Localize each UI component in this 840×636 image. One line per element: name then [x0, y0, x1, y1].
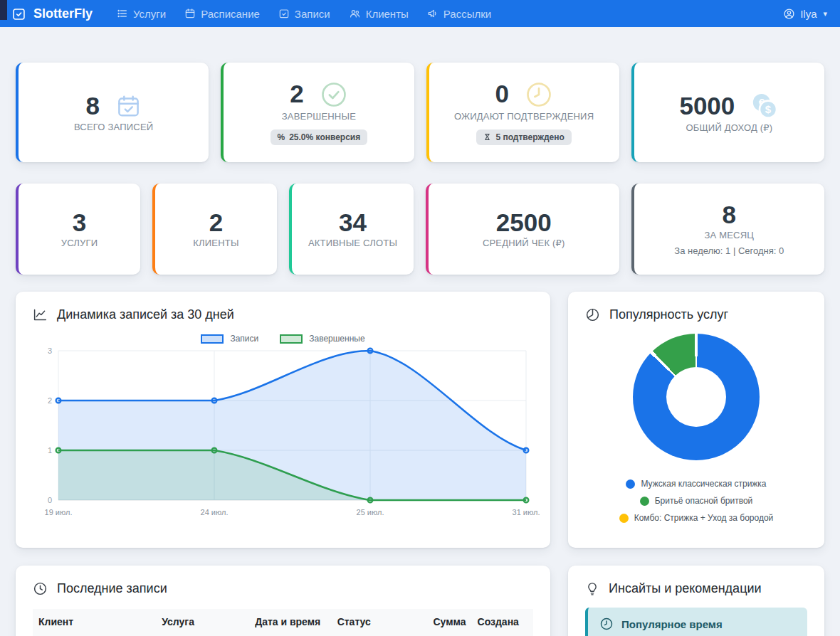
person-circle-icon — [783, 8, 795, 20]
svg-text:0: 0 — [48, 496, 52, 504]
table-header-row: КлиентУслугаДата и времяСтатусСуммаСозда… — [33, 609, 533, 636]
donut-legend: Мужская классическая стрижкаБритьё опасн… — [585, 479, 807, 523]
conversion-badge: % 25.0% конверсия — [271, 129, 368, 145]
service-popularity-panel: Популярность услуг Мужская классическая … — [568, 292, 824, 548]
nav-item-label: Рассылки — [443, 8, 491, 20]
table-column-header: Услуга — [156, 609, 249, 636]
stat-label: ЗАВЕРШЕННЫЕ — [282, 111, 356, 122]
svg-text:2: 2 — [48, 396, 52, 405]
nav-item-schedule[interactable]: Расписание — [184, 8, 260, 20]
stat-value: 3 — [73, 210, 86, 236]
stat-card-total-appointments: 8 ВСЕГО ЗАПИСЕЙ — [16, 63, 209, 162]
table-column-header: Статус — [332, 609, 428, 636]
panel-title-label: Инсайты и рекомендации — [609, 581, 762, 596]
legend-item[interactable]: Комбо: Стрижка + Уход за бородой — [619, 513, 774, 523]
list-icon — [117, 8, 128, 19]
stat-card-month: 8 ЗА МЕСЯЦ За неделю: 1 | Сегодня: 0 — [631, 184, 825, 275]
stats-row-2: 3 УСЛУГИ 2 КЛИЕНТЫ 34 АКТИВНЫЕ СЛОТЫ 250… — [16, 184, 824, 275]
stat-value: 2 — [290, 81, 303, 107]
stat-value: 34 — [339, 210, 367, 236]
nav-item-label: Клиенты — [366, 8, 409, 20]
screen-corner-artifact — [0, 0, 7, 20]
stat-value: 8 — [85, 93, 99, 120]
nav-item-label: Услуги — [133, 8, 166, 20]
table-column-header: Клиент — [33, 609, 156, 636]
line-chart-icon — [33, 307, 48, 322]
stat-value: 2500 — [496, 210, 552, 236]
user-menu[interactable]: Ilya ▾ — [783, 8, 827, 20]
people-icon — [349, 8, 361, 19]
stat-card-active-slots: 34 АКТИВНЫЕ СЛОТЫ — [289, 184, 414, 275]
stat-value: 5000 — [679, 93, 735, 120]
chevron-down-icon: ▾ — [823, 9, 827, 18]
legend-dot — [626, 479, 635, 489]
legend-dot — [619, 514, 629, 523]
stat-card-services: 3 УСЛУГИ — [16, 184, 140, 275]
badge-label: 5 подтверждено — [495, 132, 564, 142]
pie-chart-icon — [585, 307, 600, 322]
line-chart-legend: ЗаписиЗавершенные — [33, 334, 533, 344]
svg-text:19 июл.: 19 июл. — [45, 508, 73, 516]
insights-panel: Инсайты и рекомендации Популярное время … — [568, 566, 824, 636]
legend-label: Бритьё опасной бритвой — [655, 496, 753, 506]
percent-icon: % — [278, 132, 285, 142]
insight-title: Популярное время — [621, 618, 723, 630]
panel-title-label: Динамика записей за 30 дней — [57, 307, 234, 322]
legend-item[interactable]: Записи — [201, 334, 258, 344]
nav-item-mailings[interactable]: Рассылки — [427, 8, 491, 20]
calendar-check-icon — [278, 8, 290, 19]
nav-item-label: Записи — [295, 8, 330, 20]
svg-text:$: $ — [765, 103, 772, 115]
legend-swatch — [201, 334, 224, 344]
table-column-header: Создана — [472, 609, 533, 636]
badge-label: 25.0% конверсия — [289, 132, 360, 142]
svg-text:3: 3 — [48, 346, 52, 355]
clock-icon — [525, 80, 553, 109]
nav-item-clients[interactable]: Клиенты — [349, 8, 409, 20]
panel-title-label: Популярность услуг — [609, 307, 728, 322]
clock-icon — [599, 617, 614, 631]
table-column-header: Сумма — [427, 609, 471, 636]
legend-swatch — [280, 334, 303, 344]
table-column-header: Дата и время — [249, 609, 332, 636]
coins-icon: € $ — [750, 92, 779, 120]
legend-item[interactable]: Мужская классическая стрижка — [626, 479, 766, 489]
check-circle-icon — [320, 80, 348, 109]
calendar-check-icon — [11, 6, 26, 21]
recent-appointments-table: КлиентУслугаДата и времяСтатусСуммаСозда… — [33, 609, 533, 636]
stat-label: ОБЩИЙ ДОХОД (₽) — [686, 122, 772, 133]
top-navbar: SlotterFly Услуги Расписание — [0, 0, 840, 27]
svg-text:1: 1 — [48, 446, 52, 455]
stat-label: УСЛУГИ — [61, 238, 98, 248]
calendar-icon — [184, 8, 196, 19]
stat-card-completed: 2 ЗАВЕРШЕННЫЕ % 25.0% конверсия — [221, 63, 414, 162]
legend-label: Завершенные — [309, 334, 364, 344]
stats-row-1: 8 ВСЕГО ЗАПИСЕЙ 2 — [16, 63, 824, 162]
insight-alert: Популярное время Большинство записей при… — [585, 608, 807, 636]
stat-label: ВСЕГО ЗАПИСЕЙ — [74, 122, 153, 132]
nav-item-services[interactable]: Услуги — [117, 8, 166, 20]
stat-card-pending: 0 ОЖИДАЮТ ПОДТВЕРЖДЕНИЯ 5 подтверждено — [426, 63, 619, 162]
legend-dot — [640, 497, 649, 506]
line-chart: 012319 июл.24 июл.25 июл.31 июл. — [33, 345, 533, 521]
clock-history-icon — [33, 581, 48, 596]
svg-text:31 июл.: 31 июл. — [513, 508, 540, 516]
svg-text:24 июл.: 24 июл. — [201, 508, 229, 516]
legend-item[interactable]: Бритьё опасной бритвой — [640, 496, 753, 506]
stat-card-average-check: 2500 СРЕДНИЙ ЧЕК (₽) — [426, 184, 619, 275]
nav-item-label: Расписание — [201, 8, 260, 20]
confirmed-badge: 5 подтверждено — [476, 129, 571, 145]
recent-appointments-panel: Последние записи КлиентУслугаДата и врем… — [16, 566, 550, 636]
stat-value: 2 — [209, 210, 223, 236]
brand-label: SlotterFly — [33, 6, 93, 21]
stat-value: 8 — [723, 202, 736, 228]
hourglass-icon — [483, 132, 491, 142]
user-name: Ilya — [800, 8, 817, 20]
nav-item-appointments[interactable]: Записи — [278, 8, 330, 20]
calendar-check-icon — [115, 93, 142, 120]
appointments-dynamics-panel: Динамика записей за 30 дней ЗаписиЗаверш… — [16, 292, 550, 548]
panel-title-label: Последние записи — [57, 581, 167, 596]
lightbulb-icon — [585, 581, 599, 596]
legend-item[interactable]: Завершенные — [280, 334, 364, 344]
brand[interactable]: SlotterFly — [11, 6, 93, 21]
